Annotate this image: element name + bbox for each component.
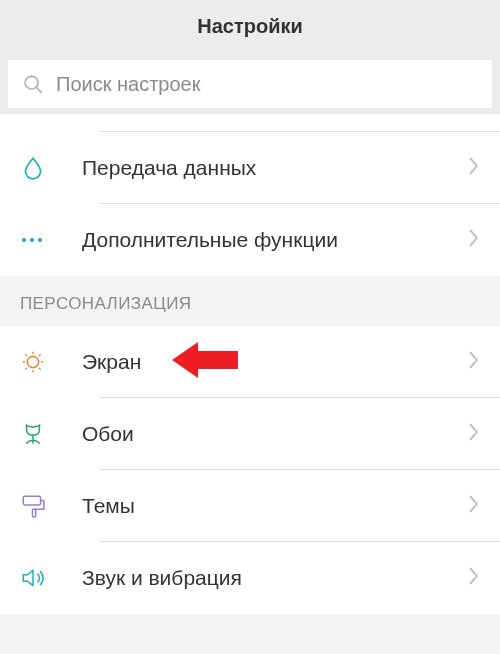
tulip-icon (20, 421, 46, 447)
row-label: Передача данных (82, 156, 256, 180)
dots-icon (20, 236, 46, 244)
search-container (0, 52, 500, 114)
svg-line-1 (37, 88, 42, 93)
svg-line-10 (25, 354, 27, 356)
chevron-right-icon (468, 156, 480, 176)
chevron-right-icon (468, 422, 480, 442)
partial-row-top (0, 114, 500, 132)
search-input[interactable] (56, 73, 478, 96)
sun-icon (20, 349, 46, 375)
svg-point-4 (38, 238, 42, 242)
droplet-icon (20, 155, 46, 181)
chevron-right-icon (468, 494, 480, 514)
volume-icon (20, 565, 46, 591)
row-label: Дополнительные функции (82, 228, 338, 252)
row-label: Экран (82, 350, 141, 374)
chevron-right-icon (468, 350, 480, 370)
search-icon (22, 73, 44, 95)
row-label: Темы (82, 494, 135, 518)
header: Настройки (0, 0, 500, 52)
svg-line-13 (39, 354, 41, 356)
row-screen[interactable]: Экран (0, 326, 500, 398)
row-sound[interactable]: Звук и вибрация (0, 542, 500, 614)
row-label: Звук и вибрация (82, 566, 242, 590)
svg-rect-16 (23, 496, 40, 505)
svg-line-11 (39, 368, 41, 370)
svg-rect-17 (32, 509, 35, 517)
page-title: Настройки (197, 15, 303, 38)
section-header-personalization: ПЕРСОНАЛИЗАЦИЯ (0, 276, 500, 326)
svg-marker-14 (172, 342, 238, 378)
row-additional-functions[interactable]: Дополнительные функции (0, 204, 500, 276)
highlight-arrow-icon (172, 336, 242, 388)
row-label: Обои (82, 422, 134, 446)
chevron-right-icon (468, 228, 480, 248)
section-header-label: ПЕРСОНАЛИЗАЦИЯ (20, 294, 191, 313)
row-data-transfer[interactable]: Передача данных (0, 132, 500, 204)
paint-roller-icon (20, 493, 46, 519)
row-themes[interactable]: Темы (0, 470, 500, 542)
svg-point-3 (30, 238, 34, 242)
chevron-right-icon (468, 566, 480, 586)
section-personalization: Экран Обои (0, 326, 500, 614)
section-top: Передача данных Дополнительные функции (0, 132, 500, 276)
svg-point-2 (22, 238, 26, 242)
search-field[interactable] (8, 60, 492, 108)
svg-point-5 (27, 356, 38, 367)
svg-line-12 (25, 368, 27, 370)
row-wallpaper[interactable]: Обои (0, 398, 500, 470)
